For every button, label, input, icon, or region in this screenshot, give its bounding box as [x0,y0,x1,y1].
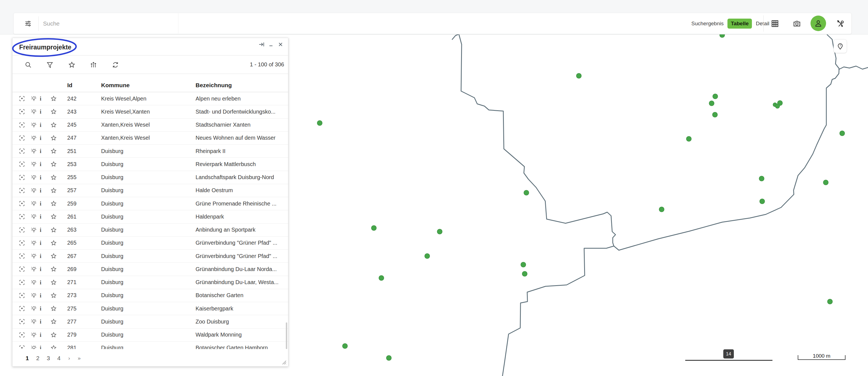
column-bezeichnung[interactable]: Bezeichnung [195,82,288,89]
table-row[interactable]: i 271 Duisburg Grünanbindung Du-Laar, We… [12,276,288,289]
zoom-to-feature-icon[interactable] [19,279,25,286]
page-button[interactable]: 4 [54,355,64,362]
map-marker[interactable] [379,276,384,280]
map-marker[interactable] [342,344,347,348]
table-row[interactable]: i 247 Xanten,Kreis Wesel Neues Wohnen au… [12,132,288,145]
info-icon[interactable]: i [37,227,44,233]
info-icon[interactable]: i [37,161,44,167]
zoom-to-feature-icon[interactable] [19,200,25,207]
table-row[interactable]: i 269 Duisburg Grünanbindung Du-Laar Nor… [12,263,288,276]
minimize-panel-button[interactable] [267,40,275,49]
favorite-star-icon[interactable] [50,305,57,312]
page-button[interactable]: 2 [32,355,43,362]
table-row[interactable]: i 259 Duisburg Grüne Promenade Rheinisch… [12,197,288,210]
dock-panel-button[interactable] [257,40,266,49]
info-icon[interactable]: i [37,279,44,286]
zoom-to-feature-icon[interactable] [19,240,25,246]
map-marker[interactable] [775,104,780,108]
zoom-to-feature-icon[interactable] [19,108,25,115]
info-icon[interactable]: i [37,332,44,338]
highlight-icon[interactable] [30,148,37,154]
table-row[interactable]: i 255 Duisburg Landschaftspark Duisburg-… [12,171,288,184]
view-tabelle-active[interactable]: Tabelle [727,19,752,29]
zoom-to-feature-icon[interactable] [19,95,25,102]
column-kommune[interactable]: Kommune [101,82,195,89]
favorite-star-icon[interactable] [50,318,57,325]
favorite-star-icon[interactable] [50,174,57,181]
zoom-to-feature-icon[interactable] [19,253,25,259]
map-marker[interactable] [522,271,527,276]
table-scrollbar[interactable] [286,322,287,349]
table-row[interactable]: i 263 Duisburg Anbindung an Sportpark [12,224,288,237]
favorite-star-icon[interactable] [50,345,57,349]
map-marker[interactable] [823,180,828,185]
map-marker[interactable] [828,299,832,304]
zoom-to-feature-icon[interactable] [19,213,25,220]
last-page-button[interactable]: » [74,355,84,361]
map-marker[interactable] [576,73,581,78]
table-row[interactable]: i 279 Duisburg Waldpark Monning [12,328,288,342]
page-button[interactable]: 3 [43,355,54,362]
view-suchergebnis[interactable]: Suchergebnis [691,21,723,27]
zoom-to-feature-icon[interactable] [19,332,25,338]
highlight-icon[interactable] [30,135,37,142]
zoom-to-feature-icon[interactable] [19,148,25,154]
info-icon[interactable]: i [37,240,44,246]
favorite-star-icon[interactable] [50,213,57,220]
info-icon[interactable]: i [37,213,44,220]
table-row[interactable]: i 253 Duisburg Revierpark Mattlerbusch [12,158,288,171]
favorite-star-icon[interactable] [50,279,57,286]
highlight-icon[interactable] [30,122,37,128]
favorite-star-icon[interactable] [50,200,57,207]
highlight-icon[interactable] [30,345,37,349]
page-button[interactable]: 1 [22,355,32,362]
info-icon[interactable]: i [37,266,44,273]
statistics-button[interactable] [88,59,99,70]
highlight-icon[interactable] [30,95,37,102]
highlight-icon[interactable] [30,292,37,299]
favorite-star-icon[interactable] [50,148,57,154]
info-icon[interactable]: i [37,292,44,299]
search-options-button[interactable] [22,18,34,29]
next-page-button[interactable]: › [64,355,74,361]
favorite-star-icon[interactable] [50,161,57,167]
highlight-icon[interactable] [30,200,37,207]
favorite-star-icon[interactable] [50,135,57,142]
info-icon[interactable]: i [37,345,44,349]
map-marker[interactable] [521,262,526,267]
highlight-icon[interactable] [30,253,37,259]
tools-button[interactable] [834,18,846,29]
info-icon[interactable]: i [37,187,44,194]
user-account-button[interactable] [810,15,826,31]
zoom-to-feature-icon[interactable] [19,292,25,299]
map-marker[interactable] [425,254,430,258]
table-row[interactable]: i 261 Duisburg Haldenpark [12,210,288,223]
panel-resize-handle[interactable] [280,358,286,365]
info-icon[interactable]: i [37,108,44,115]
highlight-icon[interactable] [30,318,37,325]
highlight-icon[interactable] [30,279,37,286]
favorite-star-icon[interactable] [50,227,57,233]
zoom-level-badge[interactable]: 14 [723,349,734,358]
info-icon[interactable]: i [37,122,44,128]
table-row[interactable]: i 245 Xanten,Kreis Wesel Stadtscharnier … [12,119,288,132]
favorites-button[interactable] [66,59,77,70]
favorite-star-icon[interactable] [50,292,57,299]
zoom-to-feature-icon[interactable] [19,174,25,181]
map-marker[interactable] [709,101,714,106]
info-icon[interactable]: i [37,253,44,259]
table-row[interactable]: i 265 Duisburg Grünverbindung "Grüner Pf… [12,237,288,250]
screenshot-button[interactable] [791,18,803,29]
highlight-icon[interactable] [30,174,37,181]
highlight-icon[interactable] [30,305,37,312]
zoom-to-feature-icon[interactable] [19,187,25,194]
table-row[interactable]: i 251 Duisburg Rheinpark II [12,145,288,158]
table-row[interactable]: i 277 Duisburg Zoo Duisburg [12,315,288,328]
info-icon[interactable]: i [37,305,44,312]
table-row[interactable]: i 281 Duisburg Botanischer Garten Hambor… [12,342,288,349]
map-marker[interactable] [386,355,391,361]
refresh-button[interactable] [110,59,121,70]
highlight-icon[interactable] [30,332,37,338]
map-marker[interactable] [713,94,718,99]
info-icon[interactable]: i [37,148,44,154]
